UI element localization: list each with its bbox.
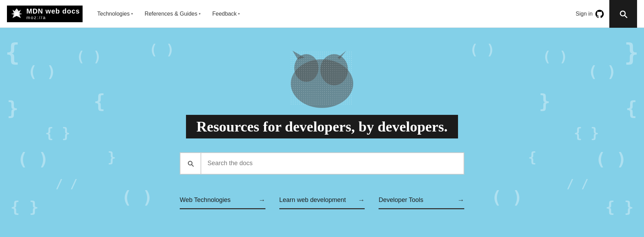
search-button[interactable] [609, 0, 637, 28]
logo-text: MDN web docs moz://a [26, 7, 80, 20]
nav-feedback-label: Feedback [212, 11, 237, 17]
nav-technologies-label: Technologies [97, 11, 129, 17]
navbar: MDN web docs moz://a Technologies ▾ Refe… [0, 0, 644, 28]
nav-technologies[interactable]: Technologies ▾ [93, 8, 137, 20]
search-icon [618, 9, 628, 19]
hero-headline: Resources for developers, by developers. [196, 118, 448, 135]
arrow-icon: → [259, 196, 265, 204]
chevron-down-icon: ▾ [131, 12, 133, 16]
logo-mozilla-label: moz://a [26, 15, 80, 20]
hero-headline-wrapper: Resources for developers, by developers. [186, 115, 458, 138]
chevron-down-icon: ▾ [238, 12, 240, 16]
hero-link-learn-web-dev[interactable]: Learn web development → [279, 192, 365, 209]
signin-button[interactable]: Sign in [570, 7, 609, 21]
hero-section: { ( ) } { } ( ) / / { } ( ) { } ( ) } ( … [0, 28, 644, 237]
search-icon [187, 160, 194, 167]
main-nav: Technologies ▾ References & Guides ▾ Fee… [93, 8, 570, 20]
hero-search-input[interactable] [201, 160, 464, 167]
hero-link-web-technologies[interactable]: Web Technologies → [180, 192, 265, 209]
mdn-logo[interactable]: MDN web docs moz://a [7, 6, 83, 22]
logo-mdn-label: MDN web docs [26, 7, 80, 15]
logo-icon [10, 7, 24, 21]
hero-quick-links: Web Technologies → Learn web development… [180, 192, 464, 209]
arrow-icon: → [457, 196, 464, 204]
hero-link-developer-tools-label: Developer Tools [379, 196, 423, 204]
hero-link-web-technologies-label: Web Technologies [180, 196, 230, 204]
chevron-down-icon: ▾ [199, 12, 201, 16]
arrow-icon: → [358, 196, 365, 204]
hero-link-developer-tools[interactable]: Developer Tools → [379, 192, 464, 209]
hero-search-box [180, 152, 464, 175]
nav-references-label: References & Guides [145, 11, 197, 17]
search-icon-area [180, 153, 201, 174]
nav-feedback[interactable]: Feedback ▾ [208, 8, 244, 20]
hero-illustration [273, 49, 371, 111]
hero-link-learn-web-dev-label: Learn web development [279, 196, 346, 204]
svg-rect-7 [291, 51, 353, 104]
navbar-actions: Sign in [570, 0, 637, 28]
signin-label: Sign in [576, 11, 593, 17]
github-icon [595, 10, 604, 18]
svg-point-1 [15, 12, 19, 16]
nav-references[interactable]: References & Guides ▾ [141, 8, 205, 20]
